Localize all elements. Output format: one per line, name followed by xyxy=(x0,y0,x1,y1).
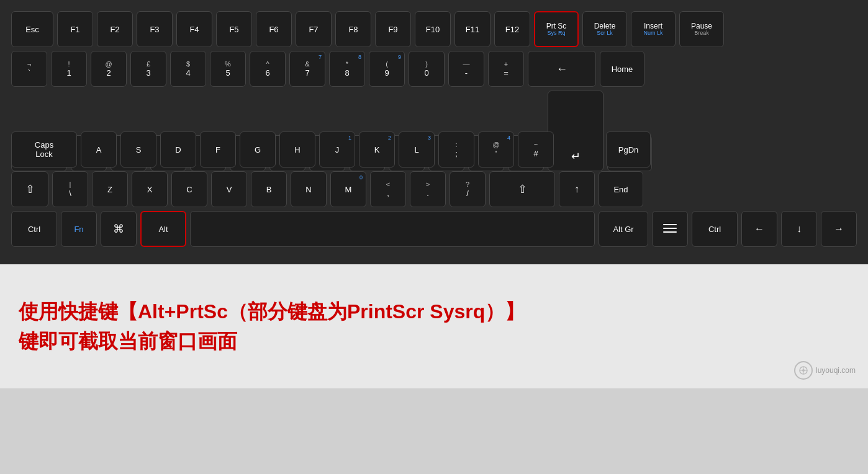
svg-rect-2 xyxy=(663,231,677,233)
key-4[interactable]: $ 4 xyxy=(170,51,206,87)
key-h[interactable]: H xyxy=(279,132,315,168)
instruction-text-area: 使用快捷键【Alt+PrtSc（部分键盘为PrintScr Sysrq）】 键即… xyxy=(0,264,868,388)
key-insert[interactable]: Insert Num Lk xyxy=(631,11,676,47)
key-2[interactable]: @ 2 xyxy=(91,51,127,87)
key-x[interactable]: X xyxy=(132,171,168,207)
key-enter[interactable]: ↵ xyxy=(548,91,604,171)
instruction-text: 使用快捷键【Alt+PrtSc（部分键盘为PrintScr Sysrq）】 键即… xyxy=(19,297,525,356)
key-d[interactable]: D xyxy=(160,132,196,168)
key-f2[interactable]: F2 xyxy=(97,11,133,47)
instruction-section: 使用快捷键【Alt+PrtSc（部分键盘为PrintScr Sysrq）】 键即… xyxy=(0,264,868,388)
key-arrow-up[interactable]: ↑ xyxy=(559,171,595,207)
key-caps-lock[interactable]: Caps Lock xyxy=(11,132,77,168)
key-3[interactable]: £ 3 xyxy=(130,51,166,87)
key-pgdn[interactable]: PgDn xyxy=(606,132,651,168)
key-equals[interactable]: + = xyxy=(488,51,524,87)
home-row: Caps Lock A S D F G H 1 J 2 K 3 L : ; 4 xyxy=(11,132,857,168)
keyboard-section: Esc F1 F2 F3 F4 F5 F6 F7 F8 F9 F10 F11 F… xyxy=(0,0,868,264)
key-menu[interactable] xyxy=(652,211,688,247)
num-row: ¬ ` ! 1 @ 2 £ 3 $ 4 xyxy=(11,51,857,87)
key-a[interactable]: A xyxy=(81,132,117,168)
key-6[interactable]: ^ 6 xyxy=(250,51,286,87)
key-arrow-left[interactable]: ← xyxy=(741,211,777,247)
key-ctrl-left[interactable]: Ctrl xyxy=(11,211,57,247)
key-g[interactable]: G xyxy=(240,132,276,168)
key-f7[interactable]: F7 xyxy=(296,11,332,47)
key-f9[interactable]: F9 xyxy=(375,11,411,47)
key-c[interactable]: C xyxy=(171,171,207,207)
instruction-line2: 键即可截取当前窗口画面 xyxy=(19,326,525,356)
key-f11[interactable]: F11 xyxy=(454,11,491,47)
key-prtsc[interactable]: Prt Sc Sys Rq xyxy=(534,11,579,47)
shift-row: ⇧ | \ Z X C V B N 0 M < , > . xyxy=(11,171,857,207)
key-f8[interactable]: F8 xyxy=(335,11,371,47)
key-8[interactable]: 8 * 8 xyxy=(329,51,365,87)
key-backtick[interactable]: ¬ ` xyxy=(11,51,47,87)
key-f12[interactable]: F12 xyxy=(494,11,530,47)
key-pause[interactable]: Pause Break xyxy=(679,11,724,47)
key-f5[interactable]: F5 xyxy=(216,11,252,47)
key-ctrl-right[interactable]: Ctrl xyxy=(692,211,738,247)
logo-text: luyouqi.com xyxy=(816,366,856,375)
key-end[interactable]: End xyxy=(599,171,643,207)
svg-rect-1 xyxy=(663,228,677,229)
key-shift-right[interactable]: ⇧ xyxy=(489,171,555,207)
logo-icon xyxy=(794,361,813,380)
key-9[interactable]: 9 ( 9 xyxy=(369,51,405,87)
key-7[interactable]: 7 & 7 xyxy=(289,51,325,87)
key-j[interactable]: 1 J xyxy=(319,132,355,168)
key-slash[interactable]: ? / xyxy=(450,171,486,207)
svg-rect-0 xyxy=(663,224,677,225)
key-backslash[interactable]: | \ xyxy=(52,171,88,207)
key-altgr[interactable]: Alt Gr xyxy=(599,211,648,247)
key-f10[interactable]: F10 xyxy=(415,11,451,47)
fn-row: Esc F1 F2 F3 F4 F5 F6 F7 F8 F9 F10 F11 F… xyxy=(11,11,857,47)
key-backspace[interactable]: ← xyxy=(528,51,596,87)
key-b[interactable]: B xyxy=(251,171,287,207)
key-m[interactable]: 0 M xyxy=(330,171,366,207)
key-semicolon[interactable]: : ; xyxy=(438,132,474,168)
key-arrow-right[interactable]: → xyxy=(821,211,857,247)
key-minus[interactable]: — - xyxy=(448,51,484,87)
key-esc[interactable]: Esc xyxy=(11,11,53,47)
key-l[interactable]: 3 L xyxy=(399,132,435,168)
key-home[interactable]: Home xyxy=(600,51,644,87)
key-v[interactable]: V xyxy=(211,171,247,207)
key-hash[interactable]: ~ # xyxy=(518,132,554,168)
key-quote[interactable]: 4 @ ' xyxy=(478,132,514,168)
key-alt[interactable]: Alt xyxy=(140,211,186,247)
key-1[interactable]: ! 1 xyxy=(51,51,87,87)
key-f[interactable]: F xyxy=(200,132,236,168)
svg-rect-3 xyxy=(673,231,674,233)
key-shift-left[interactable]: ⇧ xyxy=(11,171,48,207)
logo: luyouqi.com xyxy=(794,361,856,380)
key-f6[interactable]: F6 xyxy=(256,11,292,47)
key-s[interactable]: S xyxy=(120,132,156,168)
key-f4[interactable]: F4 xyxy=(176,11,212,47)
key-win[interactable]: ⌘ xyxy=(101,211,137,247)
key-delete[interactable]: Delete Scr Lk xyxy=(582,11,627,47)
key-k[interactable]: 2 K xyxy=(359,132,395,168)
key-f3[interactable]: F3 xyxy=(137,11,173,47)
key-n[interactable]: N xyxy=(291,171,327,207)
key-arrow-down[interactable]: ↓ xyxy=(781,211,817,247)
bottom-row: Ctrl Fn ⌘ Alt Alt Gr Ctrl ← ↓ → xyxy=(11,211,857,247)
key-space[interactable] xyxy=(190,211,595,247)
key-f1[interactable]: F1 xyxy=(57,11,93,47)
instruction-line1: 使用快捷键【Alt+PrtSc（部分键盘为PrintScr Sysrq）】 xyxy=(19,297,525,326)
key-5[interactable]: % 5 xyxy=(210,51,246,87)
key-comma[interactable]: < , xyxy=(370,171,406,207)
key-0[interactable]: ) 0 xyxy=(409,51,445,87)
key-z[interactable]: Z xyxy=(92,171,128,207)
key-fn[interactable]: Fn xyxy=(61,211,97,247)
key-period[interactable]: > . xyxy=(410,171,446,207)
